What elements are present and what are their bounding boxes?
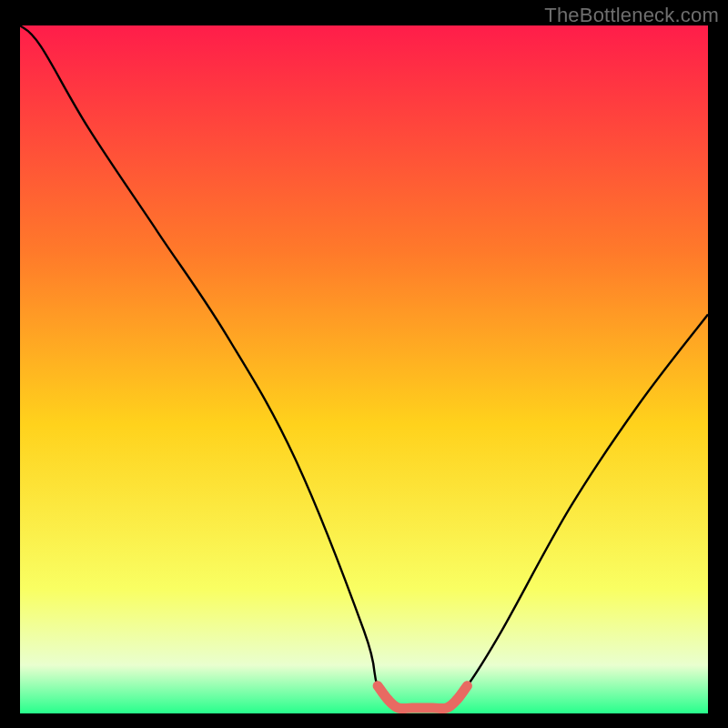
watermark-text: TheBottleneck.com — [544, 4, 719, 27]
gradient-background — [20, 25, 708, 713]
chart-frame: TheBottleneck.com — [0, 0, 728, 728]
chart-svg — [20, 25, 708, 713]
chart-plot-area — [20, 25, 708, 713]
